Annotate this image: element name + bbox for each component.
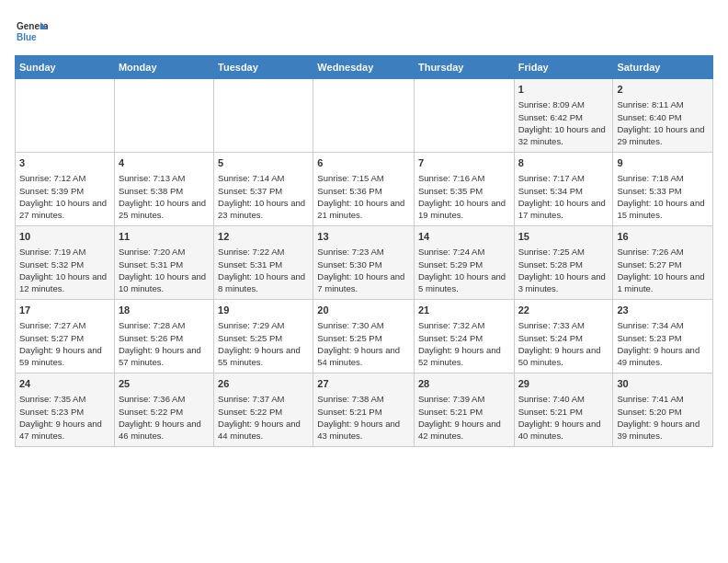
calendar-cell [214, 79, 313, 153]
day-number: 23 [617, 304, 709, 317]
day-info: Sunset: 5:24 PM [518, 333, 583, 343]
day-header-wednesday: Wednesday [313, 56, 415, 79]
day-info: Sunrise: 7:12 AM [19, 173, 85, 183]
day-number: 6 [317, 156, 410, 170]
day-number: 2 [617, 83, 709, 97]
day-info: Sunset: 5:33 PM [617, 186, 681, 196]
day-info: Daylight: 9 hours and 42 minutes. [418, 419, 501, 441]
day-info: Sunset: 5:31 PM [119, 259, 183, 270]
day-info: Sunrise: 7:41 AM [617, 394, 683, 404]
day-info: Daylight: 9 hours and 47 minutes. [19, 419, 102, 441]
calendar-cell: 21Sunrise: 7:32 AMSunset: 5:24 PMDayligh… [414, 300, 514, 373]
day-info: Sunrise: 7:30 AM [317, 320, 383, 330]
day-number: 16 [617, 230, 709, 244]
day-info: Sunset: 5:22 PM [119, 407, 183, 417]
day-info: Sunset: 5:28 PM [518, 259, 583, 270]
day-info: Sunrise: 7:38 AM [317, 394, 383, 404]
day-number: 26 [218, 377, 309, 391]
day-number: 13 [317, 230, 410, 244]
day-info: Sunset: 6:40 PM [617, 112, 681, 122]
day-number: 29 [518, 377, 609, 391]
day-info: Daylight: 9 hours and 49 minutes. [617, 345, 700, 367]
calendar-cell: 10Sunrise: 7:19 AMSunset: 5:32 PMDayligh… [16, 226, 115, 300]
day-info: Sunset: 5:23 PM [617, 333, 681, 343]
calendar-cell: 11Sunrise: 7:20 AMSunset: 5:31 PMDayligh… [114, 226, 213, 300]
calendar-cell: 26Sunrise: 7:37 AMSunset: 5:22 PMDayligh… [214, 373, 313, 447]
day-info: Daylight: 10 hours and 3 minutes. [518, 271, 606, 293]
day-number: 22 [518, 304, 609, 317]
day-info: Sunset: 5:24 PM [418, 333, 483, 343]
day-info: Sunset: 5:21 PM [518, 407, 583, 417]
day-number: 17 [19, 304, 110, 317]
day-info: Sunset: 5:32 PM [19, 259, 84, 270]
calendar-cell: 16Sunrise: 7:26 AMSunset: 5:27 PMDayligh… [613, 226, 713, 300]
day-info: Sunset: 5:34 PM [518, 186, 583, 196]
day-info: Sunset: 5:23 PM [19, 407, 84, 417]
day-info: Sunset: 5:27 PM [617, 259, 681, 270]
day-info: Sunrise: 7:29 AM [218, 320, 284, 330]
week-row-1: 1Sunrise: 8:09 AMSunset: 6:42 PMDaylight… [16, 79, 713, 153]
day-number: 3 [19, 156, 110, 170]
day-info: Sunrise: 7:26 AM [617, 247, 683, 257]
day-info: Daylight: 9 hours and 43 minutes. [317, 419, 400, 441]
day-info: Sunrise: 7:28 AM [119, 320, 185, 330]
day-info: Sunset: 5:25 PM [218, 333, 282, 343]
day-info: Sunset: 5:39 PM [19, 186, 84, 196]
week-row-4: 17Sunrise: 7:27 AMSunset: 5:27 PMDayligh… [16, 300, 713, 373]
day-info: Sunrise: 7:37 AM [218, 394, 284, 404]
day-info: Sunrise: 7:27 AM [19, 320, 85, 330]
calendar-cell: 18Sunrise: 7:28 AMSunset: 5:26 PMDayligh… [114, 300, 213, 373]
calendar-table: SundayMondayTuesdayWednesdayThursdayFrid… [15, 55, 713, 447]
calendar-cell: 7Sunrise: 7:16 AMSunset: 5:35 PMDaylight… [414, 153, 514, 226]
day-info: Daylight: 9 hours and 46 minutes. [119, 419, 201, 441]
day-info: Sunset: 6:42 PM [518, 112, 583, 122]
day-info: Sunrise: 7:13 AM [119, 173, 185, 183]
day-number: 7 [418, 156, 510, 170]
calendar-cell: 15Sunrise: 7:25 AMSunset: 5:28 PMDayligh… [514, 226, 613, 300]
day-number: 21 [418, 304, 510, 317]
day-info: Sunset: 5:37 PM [218, 186, 282, 196]
day-info: Sunrise: 7:25 AM [518, 247, 585, 257]
day-info: Sunrise: 7:20 AM [119, 247, 185, 257]
day-number: 19 [218, 304, 309, 317]
day-info: Daylight: 9 hours and 40 minutes. [518, 419, 601, 441]
day-number: 30 [617, 377, 709, 391]
calendar-cell: 4Sunrise: 7:13 AMSunset: 5:38 PMDaylight… [114, 153, 213, 226]
calendar-cell [414, 79, 514, 153]
calendar-cell: 8Sunrise: 7:17 AMSunset: 5:34 PMDaylight… [514, 153, 613, 226]
day-info: Daylight: 10 hours and 25 minutes. [119, 198, 206, 220]
svg-text:Blue: Blue [17, 32, 37, 42]
day-info: Sunrise: 7:39 AM [418, 394, 484, 404]
day-number: 20 [317, 304, 410, 317]
day-info: Sunrise: 8:09 AM [518, 99, 585, 109]
day-info: Daylight: 10 hours and 15 minutes. [617, 198, 704, 220]
calendar-cell: 6Sunrise: 7:15 AMSunset: 5:36 PMDaylight… [313, 153, 415, 226]
day-number: 4 [119, 156, 210, 170]
day-info: Sunset: 5:21 PM [418, 407, 483, 417]
day-info: Daylight: 9 hours and 50 minutes. [518, 345, 601, 367]
day-info: Sunset: 5:25 PM [317, 333, 381, 343]
day-info: Sunrise: 7:17 AM [518, 173, 585, 183]
day-info: Sunrise: 7:23 AM [317, 247, 383, 257]
calendar-cell: 20Sunrise: 7:30 AMSunset: 5:25 PMDayligh… [313, 300, 415, 373]
day-info: Sunset: 5:26 PM [119, 333, 183, 343]
week-row-3: 10Sunrise: 7:19 AMSunset: 5:32 PMDayligh… [16, 226, 713, 300]
day-info: Daylight: 9 hours and 54 minutes. [317, 345, 400, 367]
calendar-cell: 27Sunrise: 7:38 AMSunset: 5:21 PMDayligh… [313, 373, 415, 447]
week-row-2: 3Sunrise: 7:12 AMSunset: 5:39 PMDaylight… [16, 153, 713, 226]
week-row-5: 24Sunrise: 7:35 AMSunset: 5:23 PMDayligh… [16, 373, 713, 447]
day-header-sunday: Sunday [16, 56, 115, 79]
day-info: Sunset: 5:21 PM [317, 407, 381, 417]
day-info: Sunset: 5:20 PM [617, 407, 681, 417]
day-number: 14 [418, 230, 510, 244]
calendar-cell [114, 79, 213, 153]
calendar-cell: 1Sunrise: 8:09 AMSunset: 6:42 PMDaylight… [514, 79, 613, 153]
calendar-cell: 13Sunrise: 7:23 AMSunset: 5:30 PMDayligh… [313, 226, 415, 300]
day-number: 11 [119, 230, 210, 244]
day-number: 9 [617, 156, 709, 170]
day-info: Sunrise: 7:14 AM [218, 173, 284, 183]
day-info: Daylight: 9 hours and 44 minutes. [218, 419, 301, 441]
day-number: 10 [19, 230, 110, 244]
day-info: Daylight: 10 hours and 1 minute. [617, 271, 704, 293]
day-number: 8 [518, 156, 609, 170]
